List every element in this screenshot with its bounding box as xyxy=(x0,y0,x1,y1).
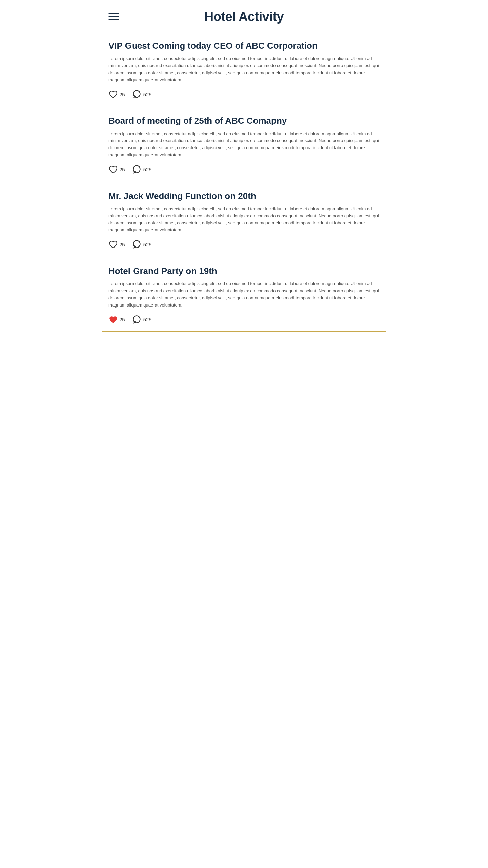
comment-icon xyxy=(132,165,141,174)
activity-list: VIP Guest Coming today CEO of ABC Corpor… xyxy=(102,31,386,332)
like-button[interactable]: 25 xyxy=(108,90,125,99)
like-count: 25 xyxy=(119,242,125,248)
activity-title: VIP Guest Coming today CEO of ABC Corpor… xyxy=(108,41,380,51)
heart-icon xyxy=(108,90,117,99)
like-button[interactable]: 25 xyxy=(108,165,125,174)
activity-item: Board of meeting of 25th of ABC Comapny … xyxy=(102,106,386,181)
comment-count: 525 xyxy=(143,317,152,322)
activity-item: VIP Guest Coming today CEO of ABC Corpor… xyxy=(102,31,386,106)
like-button[interactable]: 25 xyxy=(108,240,125,249)
comment-icon xyxy=(132,240,141,249)
comment-button[interactable]: 525 xyxy=(132,90,152,99)
comment-icon xyxy=(132,315,141,324)
menu-button[interactable] xyxy=(108,13,119,20)
comment-button[interactable]: 525 xyxy=(132,315,152,324)
activity-body: Lorem ipsum dolor sit amet, consectetur … xyxy=(108,55,380,83)
activity-body: Lorem ipsum dolor sit amet, consectetur … xyxy=(108,280,380,309)
like-button[interactable]: 25 xyxy=(108,315,125,324)
heart-icon xyxy=(108,315,117,324)
activity-body: Lorem ipsum dolor sit amet, consectetur … xyxy=(108,205,380,234)
header: Hotel Activity xyxy=(102,0,386,31)
activity-item: Mr. Jack Wedding Function on 20th Lorem … xyxy=(102,181,386,256)
comment-button[interactable]: 525 xyxy=(132,165,152,174)
activity-actions: 25 525 xyxy=(108,240,380,249)
activity-title: Hotel Grand Party on 19th xyxy=(108,266,380,276)
activity-item: Hotel Grand Party on 19th Lorem ipsum do… xyxy=(102,256,386,331)
like-count: 25 xyxy=(119,92,125,97)
activity-title: Board of meeting of 25th of ABC Comapny xyxy=(108,116,380,126)
comment-count: 525 xyxy=(143,166,152,172)
page-title: Hotel Activity xyxy=(204,9,284,24)
comment-count: 525 xyxy=(143,92,152,97)
comment-icon xyxy=(132,90,141,99)
comment-button[interactable]: 525 xyxy=(132,240,152,249)
activity-actions: 25 525 xyxy=(108,165,380,174)
comment-count: 525 xyxy=(143,242,152,248)
activity-title: Mr. Jack Wedding Function on 20th xyxy=(108,191,380,201)
heart-icon xyxy=(108,165,117,174)
like-count: 25 xyxy=(119,317,125,322)
activity-actions: 25 525 xyxy=(108,315,380,324)
like-count: 25 xyxy=(119,166,125,172)
activity-actions: 25 525 xyxy=(108,90,380,99)
heart-icon xyxy=(108,240,117,249)
activity-body: Lorem ipsum dolor sit amet, consectetur … xyxy=(108,131,380,159)
